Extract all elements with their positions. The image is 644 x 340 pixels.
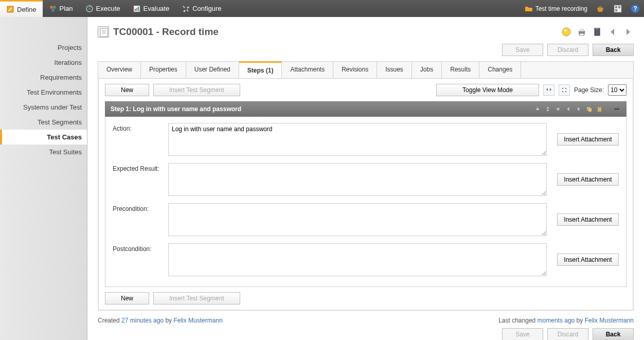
tab-issues[interactable]: Issues bbox=[377, 62, 412, 78]
svg-rect-24 bbox=[580, 33, 584, 35]
step-header: Step 1: Log in with user name and passwo… bbox=[105, 101, 627, 117]
collapse-step-icon[interactable] bbox=[613, 105, 621, 113]
insert-attachment-precondition-button[interactable]: Insert Attachment bbox=[557, 213, 619, 226]
tab-overview[interactable]: Overview bbox=[98, 62, 141, 78]
changed-by-text: by bbox=[575, 317, 584, 324]
sidebar-label: Test Suites bbox=[49, 148, 82, 156]
steps-panel: New Insert Test Segment Toggle View Mode… bbox=[98, 79, 634, 311]
define-icon bbox=[6, 5, 14, 13]
print-icon[interactable] bbox=[576, 26, 587, 38]
postcondition-label: Postcondition: bbox=[113, 243, 163, 253]
insert-attachment-postcondition-button[interactable]: Insert Attachment bbox=[557, 254, 619, 266]
insert-attachment-expected-button[interactable]: Insert Attachment bbox=[557, 173, 619, 186]
next-step-icon[interactable] bbox=[575, 105, 583, 113]
created-time-link[interactable]: 27 minutes ago bbox=[121, 317, 164, 324]
svg-rect-12 bbox=[618, 6, 620, 8]
paste-step-icon[interactable] bbox=[595, 105, 603, 113]
expected-result-textarea[interactable] bbox=[168, 163, 547, 196]
insert-test-segment-button[interactable]: Insert Test Segment bbox=[153, 84, 240, 96]
previous-arrow-icon[interactable] bbox=[607, 26, 618, 38]
sidebar-label: Test Segments bbox=[38, 118, 82, 126]
changed-meta: Last changed moments ago by Felix Muster… bbox=[498, 317, 634, 324]
toggle-view-mode-button[interactable]: Toggle View Mode bbox=[436, 84, 539, 96]
action-buttons-top: Save Discard Back bbox=[98, 44, 634, 56]
tab-execute[interactable]: Execute bbox=[79, 0, 127, 17]
prev-step-icon[interactable] bbox=[564, 105, 573, 113]
sidebar: Projects Iterations Requirements Test En… bbox=[0, 17, 87, 340]
tab-configure[interactable]: Configure bbox=[175, 0, 227, 17]
next-arrow-icon[interactable] bbox=[622, 26, 634, 38]
steps-toolbar-bottom: New Insert Test Segment bbox=[105, 292, 627, 305]
move-down-icon[interactable] bbox=[554, 105, 562, 113]
collapse-all-icon[interactable] bbox=[543, 84, 554, 96]
tab-results[interactable]: Results bbox=[442, 62, 479, 78]
created-user-link[interactable]: Felix Mustermann bbox=[173, 317, 222, 324]
toolbar-basket-icon[interactable] bbox=[592, 0, 609, 17]
svg-point-1 bbox=[50, 6, 53, 9]
toolbar-help-icon[interactable]: ? bbox=[627, 0, 644, 17]
action-textarea[interactable] bbox=[168, 123, 547, 156]
back-button[interactable]: Back bbox=[593, 44, 634, 56]
tab-revisions[interactable]: Revisions bbox=[333, 62, 377, 78]
evaluate-icon bbox=[133, 5, 141, 13]
insert-attachment-action-button[interactable]: Insert Attachment bbox=[557, 133, 619, 146]
folder-icon bbox=[525, 5, 533, 13]
tab-user-defined[interactable]: User Defined bbox=[186, 62, 239, 78]
sidebar-item-iterations[interactable]: Iterations bbox=[0, 55, 87, 70]
sidebar-item-test-suites[interactable]: Test Suites bbox=[0, 145, 87, 159]
sidebar-item-test-cases[interactable]: Test Cases bbox=[0, 130, 87, 145]
toolbar-dashboard-icon[interactable] bbox=[609, 0, 627, 17]
status-ball-icon[interactable] bbox=[561, 26, 572, 38]
tab-plan[interactable]: Plan bbox=[43, 0, 79, 17]
svg-rect-23 bbox=[580, 29, 584, 31]
clipboard-icon[interactable] bbox=[592, 26, 603, 38]
changed-time-link[interactable]: moments ago bbox=[538, 317, 575, 324]
sidebar-label: Requirements bbox=[40, 74, 82, 81]
tab-evaluate[interactable]: Evaluate bbox=[127, 0, 176, 17]
configure-icon bbox=[182, 5, 190, 13]
svg-rect-11 bbox=[615, 6, 617, 8]
expand-all-icon[interactable] bbox=[559, 84, 570, 96]
precondition-label: Precondition: bbox=[113, 203, 163, 212]
sidebar-label: Projects bbox=[58, 44, 82, 51]
sidebar-label: Iterations bbox=[55, 59, 82, 66]
test-time-recording[interactable]: Test time recording bbox=[521, 0, 592, 17]
new-step-button-bottom[interactable]: New bbox=[105, 292, 149, 305]
svg-point-21 bbox=[564, 29, 567, 31]
tab-attachments[interactable]: Attachments bbox=[282, 62, 333, 78]
svg-rect-9 bbox=[138, 7, 139, 11]
tab-define[interactable]: Define bbox=[0, 0, 43, 17]
discard-button[interactable]: Discard bbox=[547, 44, 588, 56]
changed-user-link[interactable]: Felix Mustermann bbox=[585, 317, 634, 324]
page-size-select[interactable]: 10 bbox=[608, 84, 627, 96]
tab-steps[interactable]: Steps (1) bbox=[239, 61, 282, 78]
sort-icon[interactable] bbox=[544, 105, 552, 113]
back-button-bottom[interactable]: Back bbox=[593, 328, 634, 340]
sidebar-item-test-environments[interactable]: Test Environments bbox=[0, 85, 87, 100]
steps-toolbar-top: New Insert Test Segment Toggle View Mode… bbox=[105, 84, 627, 96]
execute-icon bbox=[85, 5, 94, 13]
tab-changes[interactable]: Changes bbox=[479, 62, 521, 78]
tab-properties[interactable]: Properties bbox=[141, 62, 186, 78]
page-title: TC00001 - Record time bbox=[113, 26, 557, 38]
new-step-button[interactable]: New bbox=[105, 84, 149, 96]
insert-test-segment-button-bottom[interactable]: Insert Test Segment bbox=[153, 292, 240, 305]
save-button-bottom[interactable]: Save bbox=[502, 328, 543, 340]
svg-point-3 bbox=[51, 9, 55, 12]
copy-step-icon[interactable] bbox=[585, 105, 593, 113]
sidebar-item-test-segments[interactable]: Test Segments bbox=[0, 115, 87, 130]
sidebar-item-requirements[interactable]: Requirements bbox=[0, 70, 87, 85]
move-up-icon[interactable] bbox=[533, 105, 542, 113]
sidebar-item-systems-under-test[interactable]: Systems under Test bbox=[0, 100, 87, 115]
sidebar-label: Test Environments bbox=[27, 88, 82, 96]
tab-jobs[interactable]: Jobs bbox=[412, 62, 442, 78]
sidebar-item-projects[interactable]: Projects bbox=[0, 40, 87, 55]
tab-plan-label: Plan bbox=[60, 5, 73, 12]
postcondition-textarea[interactable] bbox=[168, 243, 547, 276]
precondition-textarea[interactable] bbox=[168, 203, 547, 236]
document-icon bbox=[98, 26, 109, 38]
changed-prefix: Last changed bbox=[498, 317, 537, 324]
discard-button-bottom[interactable]: Discard bbox=[547, 328, 588, 340]
save-button[interactable]: Save bbox=[502, 44, 543, 56]
top-toolbar: Define Plan Execute Evaluate Configure T… bbox=[0, 0, 644, 17]
